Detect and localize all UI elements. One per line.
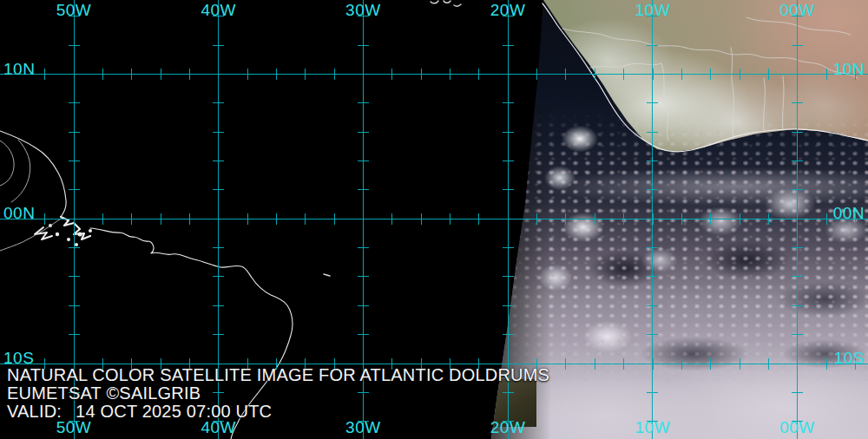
longitude-label-top: 10W xyxy=(635,2,671,18)
longitude-label-top: 40W xyxy=(201,2,236,18)
attribution: EUMETSAT ©SAILGRIB xyxy=(7,384,549,403)
longitude-label-bottom: 30W xyxy=(345,419,381,436)
caption-block: NATURAL COLOR SATELLITE IMAGE FOR ATLANT… xyxy=(7,366,549,421)
valid-label: VALID: xyxy=(7,403,62,421)
satellite-image-view: 50W50W40W40W30W30W20W20W10W10W00W00W10N1… xyxy=(0,0,868,439)
valid-time-row: VALID: 14 OCT 2025 07:00 UTC xyxy=(7,403,549,421)
valid-time-value: 14 OCT 2025 07:00 UTC xyxy=(76,403,272,421)
longitude-label-bottom: 10W xyxy=(635,419,671,436)
longitude-label-bottom: 00W xyxy=(779,419,815,436)
longitude-label-top: 30W xyxy=(345,2,381,18)
image-title: NATURAL COLOR SATELLITE IMAGE FOR ATLANT… xyxy=(7,366,549,384)
longitude-label-bottom: 40W xyxy=(201,419,236,436)
longitude-label-top: 00W xyxy=(779,2,815,18)
latitude-label-right: 00N xyxy=(833,205,865,221)
latitude-label-right: 10S xyxy=(834,350,865,366)
longitude-label-top: 50W xyxy=(56,2,92,18)
longitude-label-top: 20W xyxy=(490,2,526,18)
latitude-label-left: 10N xyxy=(3,61,35,77)
latitude-label-right: 10N xyxy=(833,61,865,77)
longitude-label-bottom: 20W xyxy=(490,419,526,436)
latitude-label-left: 00N xyxy=(3,205,35,221)
latitude-label-left: 10S xyxy=(3,350,34,366)
longitude-label-bottom: 50W xyxy=(56,419,92,436)
